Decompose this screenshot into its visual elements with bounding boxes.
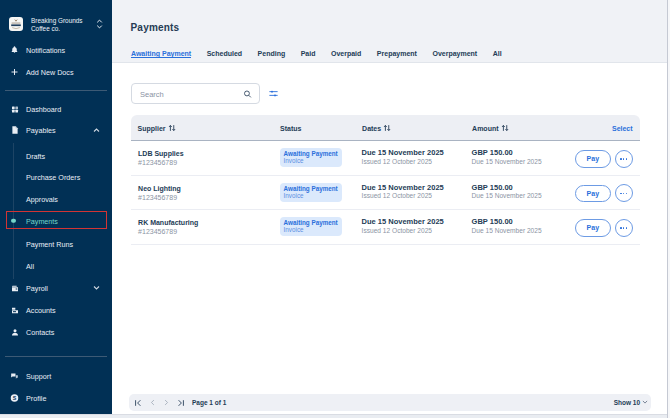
svg-text:S: S	[13, 395, 17, 401]
